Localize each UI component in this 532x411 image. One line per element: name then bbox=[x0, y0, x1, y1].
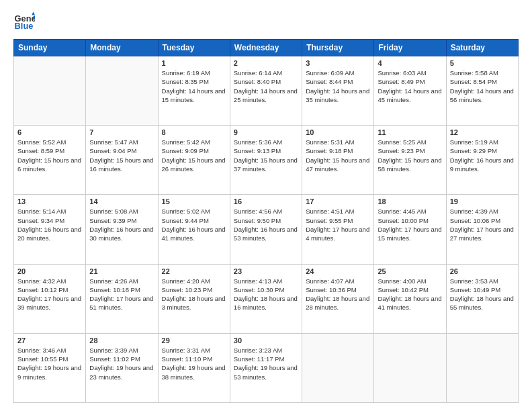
day-info: Daylight: 15 hours and 47 minutes. bbox=[306, 156, 370, 174]
cell-w2-d3: 16Sunrise: 4:56 AMSunset: 9:50 PMDayligh… bbox=[230, 195, 302, 264]
cell-w1-d2: 8Sunrise: 5:42 AMSunset: 9:09 PMDaylight… bbox=[158, 126, 230, 195]
day-info: Daylight: 16 hours and 9 minutes. bbox=[450, 156, 515, 174]
day-number: 3 bbox=[306, 59, 370, 67]
day-number: 20 bbox=[17, 267, 82, 275]
day-info: Sunset: 10:12 PM bbox=[17, 285, 82, 294]
day-info: Sunrise: 4:32 AM bbox=[17, 277, 82, 285]
day-info: Sunrise: 4:20 AM bbox=[162, 277, 226, 285]
day-info: Sunrise: 3:23 AM bbox=[234, 346, 298, 355]
day-number: 19 bbox=[450, 197, 515, 205]
cell-w2-d5: 18Sunrise: 4:45 AMSunset: 10:00 PMDaylig… bbox=[374, 195, 446, 264]
header: General Blue bbox=[13, 11, 519, 32]
day-info: Sunset: 9:04 PM bbox=[89, 146, 154, 155]
day-info: Sunrise: 5:47 AM bbox=[89, 138, 154, 146]
day-info: Sunset: 11:02 PM bbox=[89, 355, 154, 363]
cell-w1-d1: 7Sunrise: 5:47 AMSunset: 9:04 PMDaylight… bbox=[86, 126, 158, 195]
day-number: 9 bbox=[234, 128, 298, 136]
day-number: 30 bbox=[234, 336, 298, 345]
cell-w3-d0: 20Sunrise: 4:32 AMSunset: 10:12 PMDaylig… bbox=[14, 264, 86, 333]
day-number: 11 bbox=[378, 128, 442, 136]
day-info: Sunset: 11:17 PM bbox=[234, 355, 298, 363]
cell-w3-d4: 24Sunrise: 4:07 AMSunset: 10:36 PMDaylig… bbox=[302, 264, 374, 333]
day-number: 24 bbox=[306, 267, 370, 275]
day-info: Sunset: 11:10 PM bbox=[162, 355, 226, 363]
day-info: Daylight: 16 hours and 30 minutes. bbox=[89, 225, 154, 243]
cell-w2-d2: 15Sunrise: 5:02 AMSunset: 9:44 PMDayligh… bbox=[158, 195, 230, 264]
week-row-4: 27Sunrise: 3:46 AMSunset: 10:55 PMDaylig… bbox=[14, 333, 519, 402]
day-info: Sunset: 10:30 PM bbox=[234, 285, 298, 294]
day-number: 15 bbox=[162, 197, 226, 205]
weekday-header-saturday: Saturday bbox=[446, 40, 518, 56]
day-info: Sunset: 9:09 PM bbox=[162, 146, 226, 155]
day-number: 25 bbox=[378, 267, 442, 275]
day-info: Sunrise: 5:52 AM bbox=[17, 138, 82, 146]
cell-w4-d0: 27Sunrise: 3:46 AMSunset: 10:55 PMDaylig… bbox=[14, 333, 86, 402]
cell-w2-d1: 14Sunrise: 5:08 AMSunset: 9:39 PMDayligh… bbox=[86, 195, 158, 264]
day-number: 16 bbox=[234, 197, 298, 205]
day-number: 2 bbox=[234, 59, 298, 67]
day-info: Sunrise: 3:53 AM bbox=[450, 277, 515, 285]
day-info: Daylight: 15 hours and 26 minutes. bbox=[162, 156, 226, 174]
weekday-header-thursday: Thursday bbox=[302, 40, 374, 56]
day-info: Sunrise: 6:03 AM bbox=[378, 68, 442, 77]
day-info: Sunrise: 5:42 AM bbox=[162, 138, 226, 146]
day-number: 18 bbox=[378, 197, 442, 205]
day-number: 8 bbox=[162, 128, 226, 136]
day-info: Sunset: 9:18 PM bbox=[306, 146, 370, 155]
day-info: Sunset: 9:55 PM bbox=[306, 216, 370, 225]
day-number: 7 bbox=[89, 128, 154, 136]
day-number: 26 bbox=[450, 267, 515, 275]
day-info: Sunrise: 4:07 AM bbox=[306, 277, 370, 285]
cell-w1-d6: 12Sunrise: 5:19 AMSunset: 9:29 PMDayligh… bbox=[446, 126, 518, 195]
weekday-header-row: SundayMondayTuesdayWednesdayThursdayFrid… bbox=[14, 40, 519, 56]
day-number: 12 bbox=[450, 128, 515, 136]
cell-w0-d5: 4Sunrise: 6:03 AMSunset: 8:49 PMDaylight… bbox=[374, 56, 446, 126]
day-info: Sunrise: 5:25 AM bbox=[378, 138, 442, 146]
day-number: 22 bbox=[162, 267, 226, 275]
day-info: Daylight: 18 hours and 41 minutes. bbox=[378, 294, 442, 312]
cell-w1-d3: 9Sunrise: 5:36 AMSunset: 9:13 PMDaylight… bbox=[230, 126, 302, 195]
day-info: Sunset: 10:36 PM bbox=[306, 285, 370, 294]
day-number: 23 bbox=[234, 267, 298, 275]
week-row-3: 20Sunrise: 4:32 AMSunset: 10:12 PMDaylig… bbox=[14, 264, 519, 333]
day-number: 29 bbox=[162, 336, 226, 345]
cell-w3-d5: 25Sunrise: 4:00 AMSunset: 10:42 PMDaylig… bbox=[374, 264, 446, 333]
day-info: Sunrise: 5:31 AM bbox=[306, 138, 370, 146]
day-info: Sunrise: 4:56 AM bbox=[234, 207, 298, 216]
day-info: Daylight: 18 hours and 55 minutes. bbox=[450, 294, 515, 312]
cell-w1-d0: 6Sunrise: 5:52 AMSunset: 8:59 PMDaylight… bbox=[14, 126, 86, 195]
logo: General Blue bbox=[13, 11, 38, 32]
cell-w2-d0: 13Sunrise: 5:14 AMSunset: 9:34 PMDayligh… bbox=[14, 195, 86, 264]
cell-w1-d4: 10Sunrise: 5:31 AMSunset: 9:18 PMDayligh… bbox=[302, 126, 374, 195]
day-info: Sunset: 10:06 PM bbox=[450, 216, 515, 225]
day-info: Daylight: 15 hours and 58 minutes. bbox=[378, 156, 442, 174]
day-info: Daylight: 15 hours and 16 minutes. bbox=[89, 156, 154, 174]
cell-w2-d6: 19Sunrise: 4:39 AMSunset: 10:06 PMDaylig… bbox=[446, 195, 518, 264]
day-info: Daylight: 19 hours and 53 minutes. bbox=[234, 363, 298, 381]
cell-w0-d3: 2Sunrise: 6:14 AMSunset: 8:40 PMDaylight… bbox=[230, 56, 302, 126]
day-info: Sunset: 9:34 PM bbox=[17, 216, 82, 225]
cell-w0-d1 bbox=[86, 56, 158, 126]
day-number: 27 bbox=[17, 336, 82, 345]
day-info: Sunset: 9:13 PM bbox=[234, 146, 298, 155]
day-info: Sunrise: 5:02 AM bbox=[162, 207, 226, 216]
day-info: Sunset: 10:55 PM bbox=[17, 355, 82, 363]
day-info: Daylight: 16 hours and 41 minutes. bbox=[162, 225, 226, 243]
day-info: Sunset: 9:39 PM bbox=[89, 216, 154, 225]
day-info: Sunset: 9:29 PM bbox=[450, 146, 515, 155]
week-row-1: 6Sunrise: 5:52 AMSunset: 8:59 PMDaylight… bbox=[14, 126, 519, 195]
day-info: Daylight: 14 hours and 56 minutes. bbox=[450, 87, 515, 105]
day-info: Sunrise: 5:14 AM bbox=[17, 207, 82, 216]
day-info: Daylight: 16 hours and 53 minutes. bbox=[234, 225, 298, 243]
day-info: Sunrise: 4:13 AM bbox=[234, 277, 298, 285]
day-info: Daylight: 18 hours and 28 minutes. bbox=[306, 294, 370, 312]
day-info: Sunrise: 4:00 AM bbox=[378, 277, 442, 285]
day-info: Sunset: 8:44 PM bbox=[306, 77, 370, 86]
day-info: Daylight: 15 hours and 37 minutes. bbox=[234, 156, 298, 174]
day-info: Sunset: 8:40 PM bbox=[234, 77, 298, 86]
day-info: Sunset: 9:44 PM bbox=[162, 216, 226, 225]
cell-w3-d6: 26Sunrise: 3:53 AMSunset: 10:49 PMDaylig… bbox=[446, 264, 518, 333]
day-number: 14 bbox=[89, 197, 154, 205]
page: General Blue SundayMondayTuesdayWednesda… bbox=[0, 0, 532, 411]
cell-w0-d2: 1Sunrise: 6:19 AMSunset: 8:35 PMDaylight… bbox=[158, 56, 230, 126]
